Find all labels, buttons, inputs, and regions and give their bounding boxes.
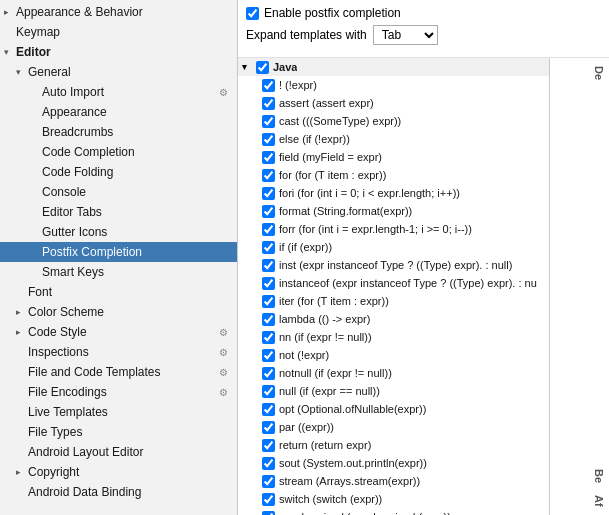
java-section-label: Java xyxy=(273,61,297,73)
template-checkbox[interactable] xyxy=(262,457,275,470)
template-checkbox[interactable] xyxy=(262,187,275,200)
template-checkbox[interactable] xyxy=(262,79,275,92)
sidebar-item-editor-tabs[interactable]: Editor Tabs xyxy=(0,202,237,222)
template-text: fori (for (int i = 0; i < expr.length; i… xyxy=(279,187,460,199)
sidebar-item-color-scheme[interactable]: ▸ Color Scheme xyxy=(0,302,237,322)
enable-postfix-label: Enable postfix completion xyxy=(264,6,401,20)
template-text: nn (if (expr != null)) xyxy=(279,331,372,343)
sidebar-item-label: Appearance & Behavior xyxy=(16,5,143,19)
sidebar-item-label: Android Data Binding xyxy=(28,485,141,499)
sidebar-item-live-templates[interactable]: Live Templates xyxy=(0,402,237,422)
template-text: lambda (() -> expr) xyxy=(279,313,370,325)
template-row: lambda (() -> expr) xyxy=(238,310,549,328)
sidebar-item-label: Auto Import xyxy=(42,85,104,99)
template-row: not (!expr) xyxy=(238,346,549,364)
sidebar-item-code-folding[interactable]: Code Folding xyxy=(0,162,237,182)
template-checkbox[interactable] xyxy=(262,313,275,326)
content-panel: Enable postfix completion Expand templat… xyxy=(238,0,609,515)
sidebar-item-label: Color Scheme xyxy=(28,305,104,319)
sidebar-item-label: Smart Keys xyxy=(42,265,104,279)
sidebar-item-general[interactable]: ▾ General xyxy=(0,62,237,82)
sidebar-item-file-types[interactable]: File Types xyxy=(0,422,237,442)
sidebar-item-code-completion[interactable]: Code Completion xyxy=(0,142,237,162)
enable-postfix-checkbox[interactable] xyxy=(246,7,259,20)
template-row: switch (switch (expr)) xyxy=(238,490,549,508)
template-checkbox[interactable] xyxy=(262,493,275,506)
template-text: ! (!expr) xyxy=(279,79,317,91)
sidebar-item-inspections[interactable]: Inspections ⚙ xyxy=(0,342,237,362)
template-row: opt (Optional.ofNullable(expr)) xyxy=(238,400,549,418)
template-checkbox[interactable] xyxy=(262,439,275,452)
sidebar-item-label: Appearance xyxy=(42,105,107,119)
arrow-icon: ▾ xyxy=(16,67,28,77)
expand-templates-select[interactable]: Tab Space Enter xyxy=(373,25,438,45)
settings-icon: ⚙ xyxy=(219,327,233,338)
settings-icon: ⚙ xyxy=(219,387,233,398)
template-text: sout (System.out.println(expr)) xyxy=(279,457,427,469)
template-checkbox[interactable] xyxy=(262,403,275,416)
sidebar-item-label: Postfix Completion xyxy=(42,245,142,259)
arrow-icon: ▸ xyxy=(4,7,16,17)
java-section-header[interactable]: ▾ Java xyxy=(238,58,549,76)
settings-icon: ⚙ xyxy=(219,87,233,98)
after-label: Af xyxy=(554,495,605,507)
before-label: Be xyxy=(554,469,605,483)
sidebar-item-android-layout-editor[interactable]: Android Layout Editor xyxy=(0,442,237,462)
template-checkbox[interactable] xyxy=(262,259,275,272)
section-arrow-icon: ▾ xyxy=(242,62,256,72)
sidebar-item-label: Code Folding xyxy=(42,165,113,179)
template-checkbox[interactable] xyxy=(262,277,275,290)
sidebar-item-auto-import[interactable]: Auto Import ⚙ xyxy=(0,82,237,102)
sidebar-item-code-style[interactable]: ▸ Code Style ⚙ xyxy=(0,322,237,342)
sidebar-item-console[interactable]: Console xyxy=(0,182,237,202)
settings-icon: ⚙ xyxy=(219,347,233,358)
sidebar-item-file-encodings[interactable]: File Encodings ⚙ xyxy=(0,382,237,402)
template-checkbox[interactable] xyxy=(262,97,275,110)
template-checkbox[interactable] xyxy=(262,385,275,398)
template-checkbox[interactable] xyxy=(262,349,275,362)
template-checkbox[interactable] xyxy=(262,241,275,254)
template-checkbox[interactable] xyxy=(262,133,275,146)
java-section-checkbox[interactable] xyxy=(256,61,269,74)
sidebar-item-gutter-icons[interactable]: Gutter Icons xyxy=(0,222,237,242)
sidebar-item-appearance[interactable]: Appearance xyxy=(0,102,237,122)
templates-tree-wrap: ▾ Java ! (!expr)assert (assert expr)cast… xyxy=(238,58,549,515)
template-text: par ((expr)) xyxy=(279,421,334,433)
sidebar-item-label: File Types xyxy=(28,425,82,439)
template-checkbox[interactable] xyxy=(262,421,275,434)
template-row: sout (System.out.println(expr)) xyxy=(238,454,549,472)
template-row: synchronized (synchronized (expr)) xyxy=(238,508,549,515)
template-checkbox[interactable] xyxy=(262,115,275,128)
template-text: synchronized (synchronized (expr)) xyxy=(279,511,451,515)
template-row: stream (Arrays.stream(expr)) xyxy=(238,472,549,490)
sidebar-item-appearance-behavior[interactable]: ▸ Appearance & Behavior xyxy=(0,2,237,22)
template-checkbox[interactable] xyxy=(262,151,275,164)
sidebar-item-font[interactable]: Font xyxy=(0,282,237,302)
template-text: return (return expr) xyxy=(279,439,371,451)
sidebar-item-android-data-binding[interactable]: Android Data Binding xyxy=(0,482,237,502)
template-checkbox[interactable] xyxy=(262,511,275,516)
templates-tree-scroll[interactable]: ▾ Java ! (!expr)assert (assert expr)cast… xyxy=(238,58,549,515)
template-checkbox[interactable] xyxy=(262,295,275,308)
template-row: forr (for (int i = expr.length-1; i >= 0… xyxy=(238,220,549,238)
sidebar-item-keymap[interactable]: Keymap xyxy=(0,22,237,42)
sidebar-item-file-code-templates[interactable]: File and Code Templates ⚙ xyxy=(0,362,237,382)
template-row: iter (for (T item : expr)) xyxy=(238,292,549,310)
sidebar-item-breadcrumbs[interactable]: Breadcrumbs xyxy=(0,122,237,142)
template-text: cast (((SomeType) expr)) xyxy=(279,115,401,127)
template-text: null (if (expr == null)) xyxy=(279,385,380,397)
template-checkbox[interactable] xyxy=(262,331,275,344)
sidebar-item-editor[interactable]: ▾ Editor xyxy=(0,42,237,62)
template-checkbox[interactable] xyxy=(262,205,275,218)
sidebar-item-postfix-completion[interactable]: Postfix Completion xyxy=(0,242,237,262)
template-checkbox[interactable] xyxy=(262,367,275,380)
side-description-panel: De Be Af xyxy=(549,58,609,515)
template-text: format (String.format(expr)) xyxy=(279,205,412,217)
template-checkbox[interactable] xyxy=(262,223,275,236)
sidebar-item-copyright[interactable]: ▸ Copyright xyxy=(0,462,237,482)
sidebar-item-label: General xyxy=(28,65,71,79)
sidebar-item-smart-keys[interactable]: Smart Keys xyxy=(0,262,237,282)
template-checkbox[interactable] xyxy=(262,169,275,182)
template-text: stream (Arrays.stream(expr)) xyxy=(279,475,420,487)
template-checkbox[interactable] xyxy=(262,475,275,488)
